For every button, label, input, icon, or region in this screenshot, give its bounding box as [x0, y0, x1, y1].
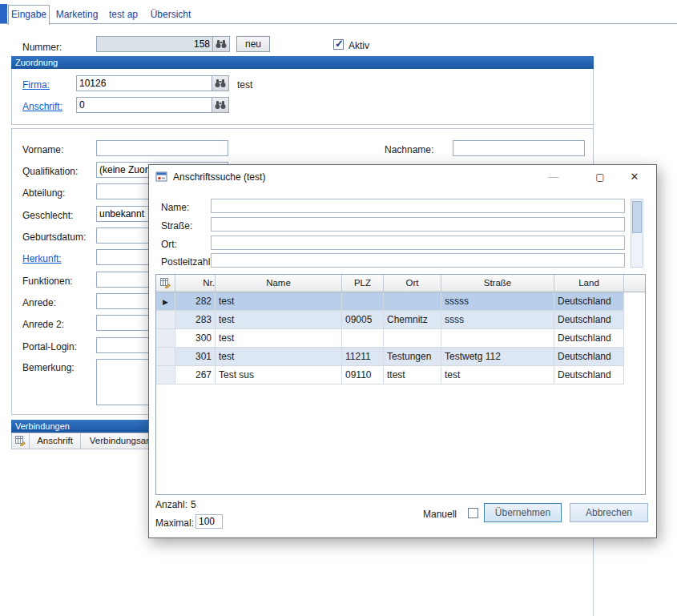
cell-strasse[interactable] [441, 329, 554, 348]
anschrift-lookup-button[interactable] [212, 97, 229, 113]
geschlecht-label: Geschlecht: [22, 210, 73, 221]
firma-field[interactable] [76, 75, 212, 91]
cell-nr[interactable]: 301 [175, 348, 216, 366]
vorname-field[interactable] [96, 140, 228, 156]
cell-name[interactable]: test [216, 329, 342, 348]
fields-scrollbar[interactable] [631, 199, 643, 268]
grid-corner-cell [12, 433, 30, 449]
table-row[interactable]: 300 test Deutschland [156, 329, 624, 348]
row-selector[interactable] [156, 348, 175, 366]
geburtsdatum-label: Geburtsdatum: [22, 232, 86, 243]
cell-land[interactable]: Deutschland [554, 366, 624, 384]
table-row[interactable]: ▶ 282 test sssss Deutschland [156, 292, 624, 311]
anschrift-field[interactable] [76, 97, 212, 113]
cell-ort[interactable]: Testungen [384, 348, 441, 366]
column-header-strasse[interactable]: Straße [441, 275, 554, 292]
grid-edit-icon [15, 436, 26, 446]
row-selector[interactable] [156, 311, 175, 329]
anschrift-link[interactable]: Anschrift: [22, 101, 62, 112]
column-header-filler [624, 275, 645, 292]
cell-plz[interactable] [342, 329, 384, 348]
tab-marketing[interactable]: Marketing [53, 6, 101, 22]
anzahl-value: 5 [191, 499, 196, 510]
firma-lookup-button[interactable] [212, 75, 229, 91]
manuell-checkbox[interactable] [468, 508, 478, 518]
cell-name[interactable]: test [216, 311, 342, 329]
cell-nr[interactable]: 282 [175, 292, 216, 311]
aktiv-label: Aktiv [349, 40, 369, 51]
cell-ort[interactable] [384, 329, 441, 348]
cell-land[interactable]: Deutschland [554, 329, 624, 348]
column-header-ort[interactable]: Ort [384, 275, 441, 292]
column-header-name[interactable]: Name [216, 275, 342, 292]
main-window: Eingabe Marketing test ap Übersicht Numm… [0, 0, 677, 616]
cell-strasse[interactable]: ssss [441, 311, 554, 329]
vorname-label: Vorname: [22, 144, 63, 155]
funktionen-label: Funktionen: [22, 276, 73, 287]
row-selector[interactable]: ▶ [156, 292, 175, 311]
cell-ort[interactable]: Chemnitz [384, 311, 441, 329]
cell-name[interactable]: Test sus [216, 366, 342, 384]
binoculars-icon [216, 39, 227, 49]
firma-name-text: test [237, 79, 252, 91]
column-header-land[interactable]: Land [554, 275, 624, 292]
nachname-field[interactable] [453, 140, 585, 156]
cell-strasse[interactable]: test [441, 366, 554, 384]
verbindungen-column-anschrift[interactable]: Anschrift [30, 433, 81, 449]
cell-plz[interactable] [342, 292, 384, 311]
name-search-input[interactable] [211, 199, 625, 213]
abbrechen-button[interactable]: Abbrechen [570, 503, 648, 522]
column-header-nr[interactable]: Nr. [175, 275, 216, 292]
firma-link[interactable]: Firma: [22, 79, 50, 91]
anrede2-label: Anrede 2: [22, 319, 64, 330]
scrollbar-thumb[interactable] [632, 201, 642, 233]
cell-land[interactable]: Deutschland [554, 292, 624, 311]
aktiv-checkbox[interactable] [333, 39, 344, 50]
table-row[interactable]: 267 Test sus 09110 ttest test Deutschlan… [156, 366, 624, 384]
grid-edit-icon [160, 278, 171, 288]
table-row[interactable]: 301 test 11211 Testungen Testwetg 112 De… [156, 348, 624, 366]
postleitzahl-search-input[interactable] [211, 253, 625, 268]
uebernehmen-button[interactable]: Übernehmen [484, 503, 562, 522]
cell-name[interactable]: test [216, 292, 342, 311]
tab-eingabe[interactable]: Eingabe [8, 5, 50, 25]
cell-plz[interactable]: 11211 [342, 348, 384, 366]
qualifikation-label: Qualifikation: [22, 166, 78, 177]
nummer-field[interactable] [96, 36, 213, 52]
binoculars-icon [215, 100, 226, 110]
cell-plz[interactable]: 09005 [342, 311, 384, 329]
column-header-plz[interactable]: PLZ [342, 275, 384, 292]
tab-uebersicht[interactable]: Übersicht [147, 6, 194, 22]
cell-nr[interactable]: 300 [175, 329, 216, 348]
nummer-lookup-button[interactable] [212, 36, 230, 52]
cell-nr[interactable]: 283 [175, 311, 216, 329]
binoculars-icon [215, 79, 226, 88]
minimize-icon[interactable]: — [539, 165, 568, 189]
grid-header-row: Nr. Name PLZ Ort Straße Land [156, 275, 645, 292]
results-grid: Nr. Name PLZ Ort Straße Land ▶ 282 test … [155, 274, 646, 495]
row-selector[interactable] [156, 329, 175, 348]
tab-test-ap[interactable]: test ap [104, 6, 143, 22]
row-selector[interactable] [156, 366, 175, 384]
close-icon[interactable]: ✕ [620, 165, 649, 189]
strasse-label: Straße: [161, 220, 192, 232]
cell-plz[interactable]: 09110 [342, 366, 384, 384]
table-row[interactable]: 283 test 09005 Chemnitz ssss Deutschland [156, 311, 624, 329]
tab-corner-accent [0, 4, 7, 23]
cell-strasse[interactable]: Testwetg 112 [441, 348, 554, 366]
maximize-icon[interactable]: ▢ [586, 165, 615, 189]
cell-land[interactable]: Deutschland [554, 348, 624, 366]
cell-strasse[interactable]: sssss [441, 292, 554, 311]
cell-land[interactable]: Deutschland [554, 311, 624, 329]
cell-nr[interactable]: 267 [175, 366, 216, 384]
nummer-label: Nummer: [22, 42, 62, 53]
maximal-input[interactable] [195, 514, 223, 529]
strasse-search-input[interactable] [211, 217, 625, 232]
cell-name[interactable]: test [216, 348, 342, 366]
ort-search-input[interactable] [211, 236, 625, 250]
postleitzahl-label: Postleitzahl: [161, 256, 213, 268]
neu-button[interactable]: neu [236, 36, 270, 52]
herkunft-link[interactable]: Herkunft: [22, 253, 62, 264]
cell-ort[interactable] [384, 292, 441, 311]
cell-ort[interactable]: ttest [384, 366, 441, 384]
